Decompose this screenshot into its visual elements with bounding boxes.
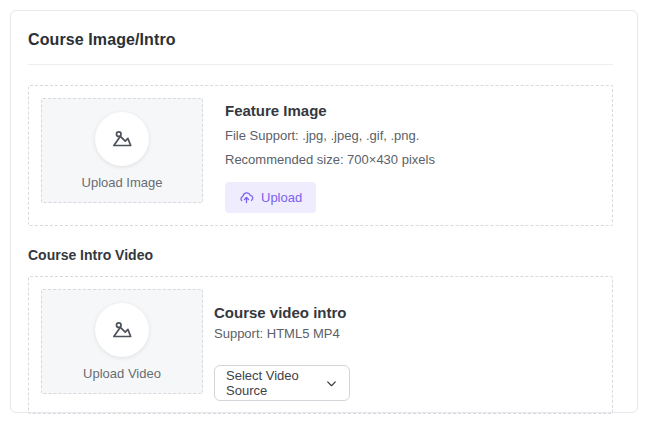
upload-image-dropzone[interactable]: Upload Image: [41, 98, 203, 203]
image-icon: [109, 317, 135, 343]
intro-video-section: Upload Video Course video intro Support:…: [28, 276, 613, 414]
upload-video-icon-circle: [95, 303, 149, 357]
upload-button-label: Upload: [261, 190, 302, 205]
feature-image-section: Upload Image Feature Image File Support:…: [28, 85, 613, 226]
feature-image-details: Feature Image File Support: .jpg, .jpeg,…: [225, 98, 435, 213]
divider: [28, 64, 613, 65]
select-video-source-value: Select Video Source: [226, 368, 325, 398]
chevron-down-icon: [325, 377, 338, 390]
page-title: Course Image/Intro: [28, 31, 613, 49]
course-image-intro-card: Course Image/Intro Upload Image Feature …: [10, 10, 638, 413]
course-intro-video-label: Course Intro Video: [28, 247, 613, 263]
upload-button[interactable]: Upload: [225, 182, 316, 213]
feature-image-title: Feature Image: [225, 102, 435, 119]
recommended-size-text: Recommended size: 700×430 pixels: [225, 152, 435, 167]
intro-video-details: Course video intro Support: HTML5 MP4 Se…: [214, 289, 350, 401]
video-support-text: Support: HTML5 MP4: [214, 326, 350, 341]
upload-video-label: Upload Video: [83, 366, 161, 381]
course-video-intro-title: Course video intro: [214, 304, 350, 321]
upload-image-label: Upload Image: [82, 175, 163, 190]
upload-image-icon-circle: [95, 112, 149, 166]
image-icon: [109, 126, 135, 152]
upload-video-dropzone[interactable]: Upload Video: [41, 289, 203, 394]
file-support-text: File Support: .jpg, .jpeg, .gif, .png.: [225, 128, 435, 143]
select-video-source-dropdown[interactable]: Select Video Source: [214, 365, 350, 401]
cloud-upload-icon: [239, 190, 254, 205]
